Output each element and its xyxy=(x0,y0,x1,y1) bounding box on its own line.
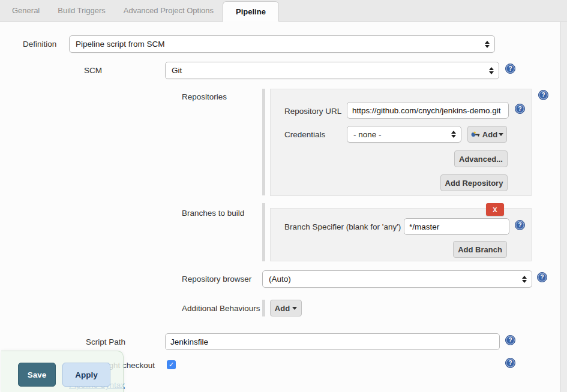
advanced-button[interactable]: Advanced... xyxy=(454,150,508,167)
branch-specifier-label: Branch Specifier (blank for 'any') xyxy=(284,222,401,231)
scm-select-value: Git xyxy=(172,66,182,75)
repository-browser-select[interactable]: (Auto) xyxy=(262,270,532,288)
repository-url-input[interactable] xyxy=(347,102,509,119)
tab-pipeline[interactable]: Pipeline xyxy=(223,1,279,22)
save-apply-panel: Save Apply xyxy=(1,351,124,392)
repository-browser-label: Repository browser xyxy=(182,275,251,284)
script-path-label: Script Path xyxy=(86,337,125,346)
credentials-select[interactable]: - none - xyxy=(347,126,461,143)
right-gutter xyxy=(560,22,567,392)
select-arrows-icon xyxy=(451,131,456,138)
delete-branch-button[interactable]: X xyxy=(486,203,504,216)
branches-chunk-bar xyxy=(262,203,265,261)
lightweight-checkout-help-icon[interactable]: ? xyxy=(505,358,515,368)
credentials-label: Credentials xyxy=(284,130,325,139)
repository-browser-help-icon[interactable]: ? xyxy=(537,272,547,282)
script-path-help-icon[interactable]: ? xyxy=(505,335,515,345)
repositories-help-icon[interactable]: ? xyxy=(538,90,548,100)
add-behaviour-button-label: Add xyxy=(275,304,290,313)
scm-help-icon[interactable]: ? xyxy=(505,64,515,74)
config-tab-bar: General Build Triggers Advanced Project … xyxy=(0,0,567,22)
jenkins-pipeline-config-screen: General Build Triggers Advanced Project … xyxy=(0,0,567,392)
definition-select-value: Pipeline script from SCM xyxy=(76,40,165,49)
scm-label: SCM xyxy=(84,66,102,75)
branches-section-label: Branches to build xyxy=(182,209,244,218)
tab-general[interactable]: General xyxy=(3,0,49,21)
caret-down-icon xyxy=(499,133,503,136)
repositories-section-label: Repositories xyxy=(182,92,227,101)
add-repository-button-label: Add Repository xyxy=(445,179,503,188)
scm-select[interactable]: Git xyxy=(165,62,499,79)
repository-browser-select-value: (Auto) xyxy=(269,275,291,284)
add-credentials-button[interactable]: Add xyxy=(467,126,507,143)
select-arrows-icon xyxy=(485,41,490,48)
repository-url-help-icon[interactable]: ? xyxy=(515,104,525,114)
additional-behaviours-chunk-bar xyxy=(262,300,265,316)
add-branch-button-label: Add Branch xyxy=(458,245,502,254)
repositories-chunk-bar xyxy=(262,89,265,195)
additional-behaviours-label: Additional Behaviours xyxy=(182,304,260,313)
add-branch-button[interactable]: Add Branch xyxy=(453,241,507,258)
select-arrows-icon xyxy=(522,276,527,283)
script-path-input[interactable] xyxy=(165,333,500,350)
add-behaviour-button[interactable]: Add xyxy=(270,300,302,316)
branch-specifier-input[interactable] xyxy=(404,218,509,235)
save-button[interactable]: Save xyxy=(18,363,56,387)
select-arrows-icon xyxy=(489,67,494,74)
branch-specifier-help-icon[interactable]: ? xyxy=(515,220,525,230)
add-repository-button[interactable]: Add Repository xyxy=(440,174,508,191)
caret-down-icon xyxy=(292,307,297,310)
credentials-select-value: - none - xyxy=(353,130,382,139)
apply-button[interactable]: Apply xyxy=(62,363,110,387)
definition-select[interactable]: Pipeline script from SCM xyxy=(69,35,495,53)
repository-url-label: Repository URL xyxy=(284,107,341,116)
tab-build-triggers[interactable]: Build Triggers xyxy=(49,0,114,21)
key-icon xyxy=(471,131,480,137)
add-credentials-label: Add xyxy=(482,130,497,139)
advanced-button-label: Advanced... xyxy=(459,155,503,164)
definition-label: Definition xyxy=(23,40,56,49)
lightweight-checkout-checkbox[interactable]: ✓ xyxy=(167,360,176,369)
tab-advanced-project-options[interactable]: Advanced Project Options xyxy=(115,0,223,21)
